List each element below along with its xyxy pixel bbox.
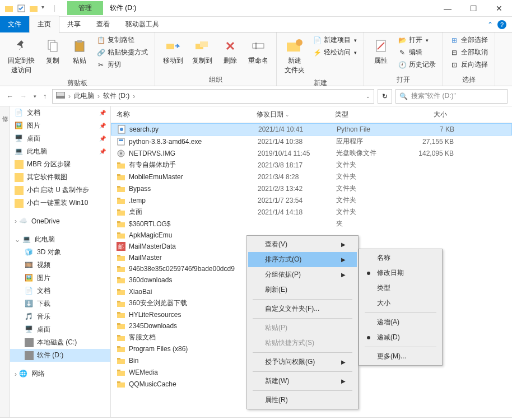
tab-view[interactable]: 查看 — [89, 16, 118, 32]
help-icon[interactable]: ? — [497, 20, 506, 29]
sort-desc[interactable]: 递减(D) — [360, 330, 441, 345]
sort-more[interactable]: 更多(M)... — [360, 349, 441, 364]
nav-item-documents2[interactable]: 📄文档 — [10, 284, 110, 297]
collapse-ribbon-icon[interactable]: ⌃ — [487, 21, 493, 29]
properties-button[interactable]: 属性 — [370, 35, 392, 68]
svg-rect-60 — [117, 370, 120, 371]
back-button[interactable]: ← — [4, 91, 16, 101]
ctx-view[interactable]: 查看(V)▶ — [248, 237, 357, 252]
breadcrumb-bar[interactable]: › 此电脑 › 软件 (D:) › ⌄ — [52, 89, 374, 104]
column-headers[interactable]: 名称 修改日期 ⌄ 类型 大小 — [111, 106, 512, 123]
ctx-grant-access[interactable]: 授予访问权限(G)▶ — [248, 354, 357, 370]
col-header-date[interactable]: 修改日期 ⌄ — [257, 110, 335, 119]
navigation-pane[interactable]: 📄文档📌 🖼️图片📌 🖥️桌面📌 💻此电脑📌 MBR 分区步骤 其它软件截图 小… — [10, 106, 111, 417]
svg-rect-53 — [117, 336, 125, 341]
search-box[interactable]: 🔍 搜索"软件 (D:)" — [395, 89, 508, 104]
paste-shortcut-button[interactable]: 🔗粘贴快捷方式 — [95, 47, 149, 58]
minimize-button[interactable]: — — [435, 0, 460, 17]
pin-icon: 📌 — [99, 123, 106, 129]
ctx-new[interactable]: 新建(W)▶ — [248, 374, 357, 389]
file-row[interactable]: $360RTLOG$夹 — [111, 218, 512, 230]
tab-file[interactable]: 文件 — [0, 16, 29, 32]
paste-button[interactable]: 粘贴 — [68, 35, 91, 68]
pin-quick-access-button[interactable]: 固定到快 速访问 — [6, 35, 37, 77]
new-folder-button[interactable]: 新建 文件夹 — [282, 35, 307, 77]
tab-drive-tools[interactable]: 驱动器工具 — [118, 16, 167, 32]
move-to-button[interactable]: 移动到 — [161, 35, 185, 68]
col-header-type[interactable]: 类型 — [335, 110, 402, 119]
nav-item-network[interactable]: ›🌐网络 — [10, 367, 110, 380]
copy-button[interactable]: 复制 — [41, 35, 64, 68]
nav-item-this-pc[interactable]: 💻此电脑📌 — [10, 145, 110, 158]
ctx-customize[interactable]: 自定义文件夹(F)... — [248, 301, 357, 316]
ctx-sort[interactable]: 排序方式(O)▶ — [248, 252, 357, 267]
invert-selection-button[interactable]: ⊡反向选择 — [449, 59, 489, 70]
sort-by-type[interactable]: 类型 — [360, 281, 441, 296]
edit-button[interactable]: ✎编辑 — [397, 47, 437, 58]
sort-asc[interactable]: 递增(A) — [360, 315, 441, 330]
maximize-button[interactable]: ☐ — [460, 0, 486, 17]
nav-item-local-c[interactable]: 本地磁盘 (C:) — [10, 336, 110, 349]
svg-rect-7 — [166, 44, 174, 49]
file-row[interactable]: NETDRVS.IMG2019/10/14 11:45光盘映像文件142,095… — [111, 147, 512, 159]
open-button[interactable]: 📂打开▾ — [397, 35, 437, 45]
close-button[interactable]: ✕ — [486, 0, 512, 17]
select-all-button[interactable]: ⊞全部选择 — [449, 35, 489, 45]
dropdown-icon[interactable]: ▾ — [41, 4, 50, 13]
nav-item-this-pc2[interactable]: ⌄💻此电脑 — [10, 233, 110, 246]
copy-path-button[interactable]: 📋复制路径 — [95, 35, 149, 45]
sort-by-name[interactable]: 名称 — [360, 250, 441, 265]
file-row[interactable]: MobileEmuMaster2021/3/4 8:28文件夹 — [111, 171, 512, 183]
folder-icon[interactable] — [29, 4, 38, 13]
nav-item-desktop2[interactable]: 🖥️桌面 — [10, 323, 110, 336]
context-menu[interactable]: 查看(V)▶ 排序方式(O)▶ 分组依据(P)▶ 刷新(E) 自定义文件夹(F)… — [246, 235, 359, 409]
nav-item-onedrive[interactable]: ›☁️OneDrive — [10, 215, 110, 227]
sort-by-size[interactable]: 大小 — [360, 296, 441, 311]
crumb-location[interactable]: 软件 (D:) — [103, 91, 129, 101]
sort-by-date[interactable]: 修改日期 — [360, 265, 441, 281]
nav-item-soft-d[interactable]: 软件 (D:) — [10, 349, 110, 362]
nav-item-mbr[interactable]: MBR 分区步骤 — [10, 158, 110, 171]
easy-access-button[interactable]: ⚡轻松访问▾ — [311, 47, 358, 58]
history-button[interactable]: 🕘历史记录 — [397, 59, 437, 70]
copy-to-button[interactable]: 复制到 — [190, 35, 215, 68]
sort-submenu[interactable]: 名称 修改日期 类型 大小 递增(A) 递减(D) 更多(M)... — [359, 249, 443, 366]
nav-item-desktop[interactable]: 🖥️桌面📌 — [10, 132, 110, 145]
rename-button[interactable]: 重命名 — [246, 35, 271, 68]
history-dropdown-icon[interactable]: ⌄ — [366, 94, 370, 99]
nav-item-reinstall[interactable]: 小白一键重装 Win10 — [10, 197, 110, 209]
file-row[interactable]: python-3.8.3-amd64.exe2021/1/4 10:38应用程序… — [111, 136, 512, 147]
file-row[interactable]: 桌面2021/1/4 14:18文件夹 — [111, 206, 512, 218]
nav-item-music[interactable]: 🎵音乐 — [10, 310, 110, 323]
recent-dropdown[interactable]: ▾ — [31, 92, 39, 100]
cut-button[interactable]: ✂剪切 — [95, 59, 149, 70]
file-row[interactable]: search.py2021/1/4 10:41Python File7 KB — [111, 123, 512, 136]
select-none-button[interactable]: ⊟全部取消 — [449, 47, 489, 58]
ctx-properties[interactable]: 属性(R) — [248, 393, 357, 408]
ctx-refresh[interactable]: 刷新(E) — [248, 282, 357, 297]
file-row[interactable]: Bypass2021/2/3 13:42文件夹 — [111, 183, 512, 194]
crumb-this-pc[interactable]: 此电脑 — [74, 91, 94, 101]
new-item-button[interactable]: 📄新建项目▾ — [311, 35, 358, 45]
tab-share[interactable]: 共享 — [59, 16, 89, 32]
nav-item-3d[interactable]: 🧊3D 对象 — [10, 246, 110, 259]
refresh-button[interactable]: ↻ — [378, 89, 392, 104]
nav-item-video[interactable]: 🎞️视频 — [10, 259, 110, 272]
nav-item-pictures2[interactable]: 🖼️图片 — [10, 272, 110, 284]
nav-item-usb-boot[interactable]: 小白启动 U 盘制作步 — [10, 184, 110, 197]
file-row[interactable]: 有专自媒体助手2021/3/8 18:17文件夹 — [111, 159, 512, 171]
forward-button[interactable]: → — [18, 91, 29, 101]
nav-item-other-sw[interactable]: 其它软件截图 — [10, 171, 110, 184]
col-header-size[interactable]: 大小 — [402, 110, 453, 119]
file-row[interactable]: .temp2021/1/7 23:54文件夹 — [111, 194, 512, 206]
up-button[interactable]: ↑ — [41, 91, 49, 101]
checkbox-icon[interactable] — [17, 4, 26, 13]
col-header-name[interactable]: 名称 — [117, 110, 257, 119]
nav-item-downloads[interactable]: ⬇️下载 — [10, 297, 110, 310]
delete-button[interactable]: 删除 — [219, 35, 241, 68]
tab-home[interactable]: 主页 — [29, 16, 59, 33]
search-placeholder: 搜索"软件 (D:)" — [411, 91, 456, 101]
nav-item-pictures[interactable]: 🖼️图片📌 — [10, 119, 110, 132]
ctx-group[interactable]: 分组依据(P)▶ — [248, 267, 357, 282]
nav-item-documents[interactable]: 📄文档📌 — [10, 106, 110, 119]
